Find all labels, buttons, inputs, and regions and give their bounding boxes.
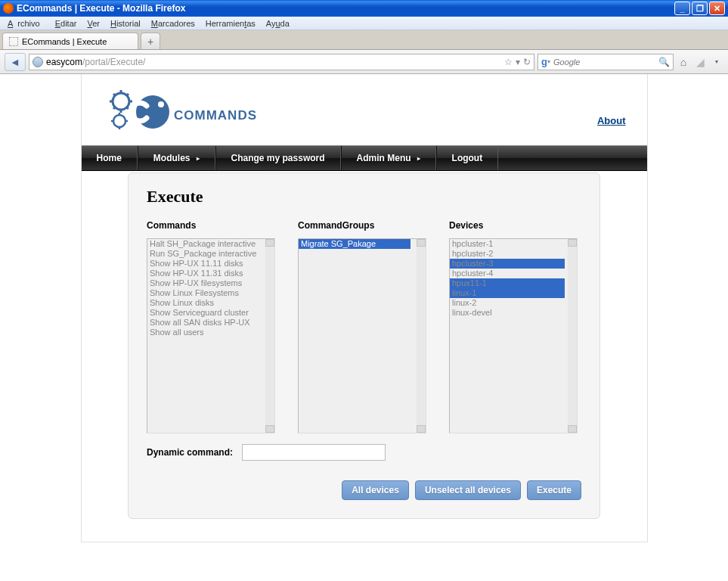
- list-item[interactable]: Show HP-UX 11.31 disks: [147, 269, 274, 278]
- url-bar[interactable]: easycom/portal/Execute/ ☆ ▾ ↻: [29, 54, 534, 70]
- list-item[interactable]: hpcluster-2: [450, 249, 565, 259]
- execute-panel: Execute Commands Halt SH_Package interac…: [128, 172, 600, 519]
- maximize-button[interactable]: ❐: [692, 2, 708, 15]
- svg-point-9: [113, 115, 125, 127]
- tab-title: ECommands | Execute: [22, 37, 107, 46]
- page-viewport: COMMANDS About Home Modules▸ Change my p…: [0, 74, 728, 581]
- menu-editar[interactable]: Editar: [51, 18, 82, 29]
- chevron-down-icon: ▸: [417, 155, 420, 162]
- groups-column: CommandGroups Migrate SG_Pakage: [298, 220, 426, 433]
- window-titlebar: ECommands | Execute - Mozilla Firefox _ …: [0, 0, 728, 17]
- menu-marcadores[interactable]: Marcadores: [147, 18, 200, 29]
- commands-listbox[interactable]: Halt SH_Package interactiveRun SG_Packag…: [147, 238, 275, 433]
- svg-point-15: [158, 101, 164, 107]
- list-item[interactable]: hpcluster-4: [450, 269, 565, 278]
- unselect-devices-button[interactable]: Unselect all devices: [415, 480, 521, 500]
- tab-bar: ECommands | Execute +: [0, 30, 728, 50]
- menu-archivo[interactable]: Archivo: [3, 18, 49, 29]
- nav-logout[interactable]: Logout: [436, 146, 499, 170]
- main-nav: Home Modules▸ Change my password Admin M…: [82, 145, 647, 171]
- button-row: All devices Unselect all devices Execute: [147, 480, 581, 500]
- all-devices-button[interactable]: All devices: [342, 480, 409, 500]
- nav-modules[interactable]: Modules▸: [138, 146, 215, 170]
- back-button[interactable]: ◄: [5, 53, 26, 71]
- search-input[interactable]: [550, 57, 658, 67]
- minimize-button[interactable]: _: [674, 2, 690, 15]
- search-icon[interactable]: 🔍: [658, 57, 670, 67]
- home-icon[interactable]: ⌂: [677, 55, 690, 69]
- google-icon: g: [541, 56, 547, 67]
- page-header: COMMANDS About: [82, 74, 647, 145]
- menu-herramientas[interactable]: Herramientas: [201, 18, 260, 29]
- dynamic-command-label: Dynamic command:: [147, 447, 233, 458]
- chevron-down-icon: ▸: [197, 155, 200, 162]
- ecommands-logo: COMMANDS: [103, 86, 262, 139]
- groups-listbox[interactable]: Migrate SG_Pakage: [298, 238, 426, 433]
- devices-column: Devices hpcluster-1hpcluster-2hpcluster-…: [449, 220, 578, 433]
- menu-dropdown-icon[interactable]: ▾: [710, 55, 723, 69]
- list-item[interactable]: Show all SAN disks HP-UX: [147, 318, 274, 328]
- list-item[interactable]: hpcluster-1: [450, 239, 565, 249]
- menu-historial[interactable]: Historial: [106, 18, 145, 29]
- list-item[interactable]: linux-2: [450, 298, 565, 308]
- reload-icon[interactable]: ↻: [523, 57, 531, 67]
- url-host: easycom: [46, 57, 82, 67]
- globe-icon: [33, 57, 43, 67]
- page-title: Execute: [147, 187, 581, 207]
- feed-icon[interactable]: ◢: [693, 55, 707, 69]
- page-icon: [9, 37, 18, 46]
- browser-navbar: ◄ easycom/portal/Execute/ ☆ ▾ ↻ g▾ 🔍 ⌂ ◢…: [0, 50, 728, 74]
- list-item[interactable]: Migrate SG_Pakage: [299, 239, 410, 249]
- list-item[interactable]: Halt SH_Package interactive: [147, 239, 274, 249]
- nav-admin-menu[interactable]: Admin Menu▸: [341, 146, 436, 170]
- list-item[interactable]: hpcluster-3: [450, 259, 565, 269]
- about-link[interactable]: About: [597, 115, 626, 126]
- list-item[interactable]: linux-1: [450, 288, 565, 298]
- logo-text: COMMANDS: [174, 108, 257, 123]
- url-path: /portal/Execute/: [82, 57, 145, 67]
- menu-ayuda[interactable]: Ayuda: [262, 18, 294, 29]
- execute-button[interactable]: Execute: [527, 480, 581, 500]
- firefox-icon: [3, 3, 14, 14]
- browser-menubar: Archivo Editar Ver Historial Marcadores …: [0, 17, 728, 30]
- list-item[interactable]: Show HP-UX filesystems: [147, 278, 274, 288]
- dynamic-command-input[interactable]: [242, 444, 386, 461]
- browser-tab[interactable]: ECommands | Execute: [2, 33, 138, 49]
- nav-change-password[interactable]: Change my password: [215, 146, 341, 170]
- bookmark-icon[interactable]: ☆: [504, 57, 513, 67]
- close-button[interactable]: ✕: [709, 2, 725, 15]
- list-item[interactable]: Show Linux disks: [147, 298, 274, 308]
- new-tab-button[interactable]: +: [141, 33, 160, 49]
- menu-ver[interactable]: Ver: [82, 18, 104, 29]
- svg-line-8: [126, 94, 129, 96]
- list-item[interactable]: Show all users: [147, 328, 274, 337]
- devices-listbox[interactable]: hpcluster-1hpcluster-2hpcluster-3hpclust…: [449, 238, 578, 433]
- commands-label: Commands: [147, 220, 275, 231]
- window-title: ECommands | Execute - Mozilla Firefox: [17, 3, 185, 14]
- groups-label: CommandGroups: [298, 220, 426, 231]
- list-item[interactable]: Show Linux Filesystems: [147, 288, 274, 298]
- search-bar[interactable]: g▾ 🔍: [537, 54, 674, 70]
- svg-line-5: [113, 94, 116, 96]
- commands-column: Commands Halt SH_Package interactiveRun …: [147, 220, 275, 433]
- svg-line-6: [126, 107, 129, 109]
- svg-line-7: [113, 107, 116, 109]
- list-item[interactable]: hpux11-1: [450, 278, 565, 288]
- devices-label: Devices: [449, 220, 578, 231]
- list-item[interactable]: Show Serviceguard cluster: [147, 308, 274, 318]
- page-container: COMMANDS About Home Modules▸ Change my p…: [81, 74, 648, 542]
- list-item[interactable]: Run SG_Package interactive: [147, 249, 274, 259]
- dynamic-command-row: Dynamic command:: [147, 444, 581, 461]
- nav-home[interactable]: Home: [82, 146, 138, 170]
- list-item[interactable]: Show HP-UX 11.11 disks: [147, 259, 274, 269]
- dropdown-icon[interactable]: ▾: [516, 57, 520, 67]
- list-item[interactable]: linux-devel: [450, 308, 565, 318]
